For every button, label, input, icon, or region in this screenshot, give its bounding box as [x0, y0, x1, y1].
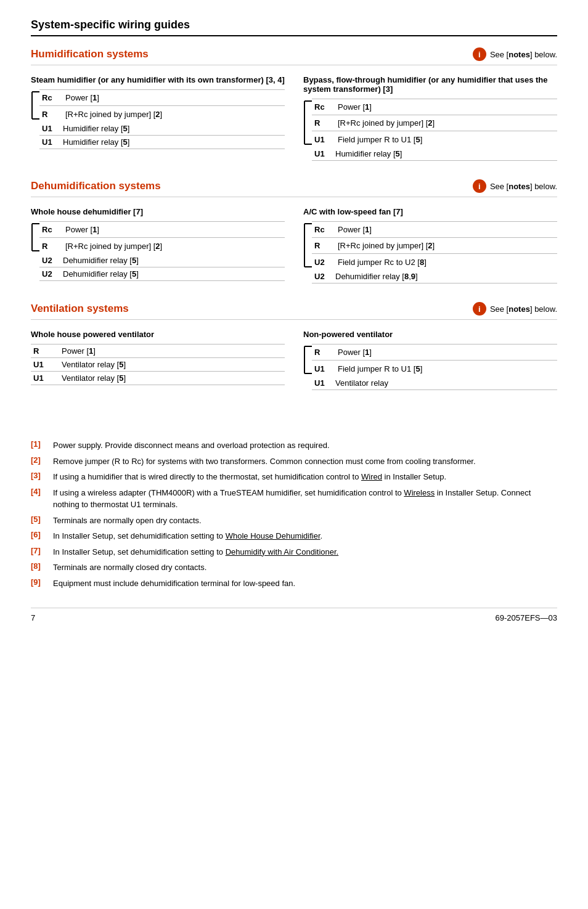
col-whole-house-dehum: Whole house dehumidifier [7] Rc Power [1… [31, 207, 285, 283]
footer-page-number: 7 [31, 613, 35, 622]
term-rc-ac: Rc [314, 225, 338, 234]
desc-u2-ac-relay: Dehumidifier relay [8,9] [335, 272, 418, 281]
note-item-6: [6] In Installer Setup, set dehumidifica… [31, 530, 557, 542]
section-dehumidification: Dehumidification systems i See [notes] b… [31, 179, 557, 283]
info-icon-area-ventilation: i See [notes] below. [473, 302, 557, 316]
note-text-6: In Installer Setup, set dehumidification… [53, 530, 322, 542]
notes-section: [1] Power supply. Provide disconnect mea… [31, 439, 557, 589]
term-u2-ac-field: U2 [314, 258, 338, 267]
desc-r-dehum: [R+Rc joined by jumper] [2] [65, 242, 162, 251]
note-ref-5: [5] [31, 515, 48, 524]
bracket-svg-steam [31, 89, 39, 121]
desc-u2-dehum-1: Dehumidifier relay [5] [63, 256, 139, 265]
term-r-pvent: R [31, 346, 62, 356]
bracket-svg-npvent [303, 344, 312, 376]
desc-rc-ac: Power [1] [338, 225, 372, 234]
desc-u1-steam-2: Humidifier relay [5] [63, 137, 129, 147]
note-ref-2: [2] [31, 455, 48, 465]
sub-heading-bypass: Bypass, flow-through humidifier (or any … [303, 75, 557, 94]
wiring-bypass: Rc Power [1] R [R+Rc joined by jumper] [… [303, 99, 557, 161]
see-notes-dehumidification: See [notes] below. [490, 182, 557, 191]
info-icon-ventilation: i [473, 302, 486, 316]
section-heading-dehumidification: Dehumidification systems [31, 180, 161, 192]
col-bypass-humidifier: Bypass, flow-through humidifier (or any … [303, 75, 557, 161]
note-item-2: [2] Remove jumper (R to Rc) for systems … [31, 455, 557, 468]
section-heading-humidification: Humidification systems [31, 48, 149, 60]
note-item-5: [5] Terminals are normally open dry cont… [31, 515, 557, 527]
desc-r-steam: [R+Rc joined by jumper] [2] [65, 110, 162, 119]
info-icon-dehumidification: i [473, 179, 486, 193]
note-text-2: Remove jumper (R to Rc) for systems with… [53, 455, 476, 468]
term-u1-pvent-1: U1 [31, 360, 62, 369]
desc-r-ac: [R+Rc joined by jumper] [2] [338, 241, 435, 250]
desc-u1-bypass-relay: Humidifier relay [5] [335, 149, 402, 158]
term-r-steam: R [42, 110, 65, 119]
desc-rc-dehum: Power [1] [65, 225, 99, 234]
term-r-dehum: R [42, 242, 65, 251]
note-item-7: [7] In Installer Setup, set dehumidifica… [31, 546, 557, 558]
note-text-4: If using a wireless adapter (THM4000R) w… [53, 487, 557, 511]
term-u2-dehum-2: U2 [39, 269, 63, 279]
info-icon-area-dehumidification: i See [notes] below. [473, 179, 557, 193]
term-u1-bypass-relay: U1 [312, 149, 335, 158]
bracket-svg-dehum [31, 221, 39, 253]
sub-heading-nonpowered-vent: Non-powered ventilator [303, 330, 557, 339]
term-r-npvent: R [314, 348, 338, 357]
section-ventilation: Ventilation systems i See [notes] below.… [31, 302, 557, 390]
wiring-nonpowered-vent: R Power [1] U1 Field jumper R to U1 [5] … [303, 344, 557, 390]
desc-u1-bypass-field: Field jumper R to U1 [5] [338, 135, 422, 144]
term-u1-bypass-field: U1 [314, 135, 338, 144]
sub-heading-steam: Steam humidifier (or any humidifier with… [31, 75, 285, 84]
section-heading-ventilation: Ventilation systems [31, 303, 129, 315]
note-ref-1: [1] [31, 439, 48, 449]
note-item-8: [8] Terminals are normally closed dry co… [31, 561, 557, 574]
note-item-9: [9] Equipment must include dehumidificat… [31, 577, 557, 590]
term-rc-steam: Rc [42, 93, 65, 102]
term-u2-ac-relay: U2 [312, 272, 335, 281]
page-title: System-specific wiring guides [31, 18, 557, 36]
term-u1-steam-1: U1 [39, 124, 63, 133]
col-nonpowered-vent: Non-powered ventilator R Power [1] [303, 330, 557, 390]
footer-doc-ref: 69-2057EFS—03 [496, 613, 557, 622]
col-ac-lowspeed: A/C with low-speed fan [7] Rc Power [1] [303, 207, 557, 283]
note-ref-6: [6] [31, 530, 48, 539]
desc-rc-steam: Power [1] [65, 93, 99, 102]
note-item-4: [4] If using a wireless adapter (THM4000… [31, 487, 557, 511]
note-ref-8: [8] [31, 561, 48, 571]
sub-heading-whole-dehum: Whole house dehumidifier [7] [31, 207, 285, 216]
term-u2-dehum-1: U2 [39, 256, 63, 265]
desc-u1-pvent-1: Ventilator relay [5] [62, 360, 126, 369]
note-ref-9: [9] [31, 577, 48, 587]
term-u1-pvent-2: U1 [31, 373, 62, 383]
desc-r-bypass: [R+Rc joined by jumper] [2] [338, 118, 435, 128]
note-ref-7: [7] [31, 546, 48, 555]
section-humidification: Humidification systems i See [notes] bel… [31, 47, 557, 161]
note-item-3: [3] If using a humidifier that is wired … [31, 471, 557, 483]
wiring-steam: Rc Power [1] R [R+Rc joined by jumper] [… [31, 89, 285, 149]
desc-r-npvent: Power [1] [338, 348, 372, 357]
see-notes-ventilation: See [notes] below. [490, 304, 557, 314]
info-icon-humidification: i [473, 47, 486, 61]
wiring-powered-vent: R Power [1] U1 Ventilator relay [5] U1 V… [31, 344, 285, 385]
wiring-ac-lowspeed: Rc Power [1] R [R+Rc joined by jumper] [… [303, 221, 557, 283]
note-item-1: [1] Power supply. Provide disconnect mea… [31, 439, 557, 452]
term-r-ac: R [314, 241, 338, 250]
note-ref-4: [4] [31, 487, 48, 496]
term-u1-steam-2: U1 [39, 137, 63, 147]
desc-u1-npvent-field: Field jumper R to U1 [5] [338, 364, 422, 373]
note-text-1: Power supply. Provide disconnect means a… [53, 439, 330, 452]
desc-u1-steam-1: Humidifier relay [5] [63, 124, 129, 133]
bracket-svg-ac [303, 221, 312, 269]
info-icon-area-humidification: i See [notes] below. [473, 47, 557, 61]
col-steam-humidifier: Steam humidifier (or any humidifier with… [31, 75, 285, 161]
desc-u2-ac-field: Field jumper Rc to U2 [8] [338, 258, 427, 267]
see-notes-humidification: See [notes] below. [490, 50, 557, 59]
bracket-svg-bypass [303, 99, 312, 147]
term-u1-npvent-relay: U1 [312, 378, 335, 388]
note-text-3: If using a humidifier that is wired dire… [53, 471, 446, 483]
desc-rc-bypass: Power [1] [338, 102, 372, 112]
sub-heading-powered-vent: Whole house powered ventilator [31, 330, 285, 339]
note-text-5: Terminals are normally open dry contacts… [53, 515, 202, 527]
desc-r-pvent: Power [1] [62, 346, 96, 356]
note-text-7: In Installer Setup, set dehumidification… [53, 546, 338, 558]
